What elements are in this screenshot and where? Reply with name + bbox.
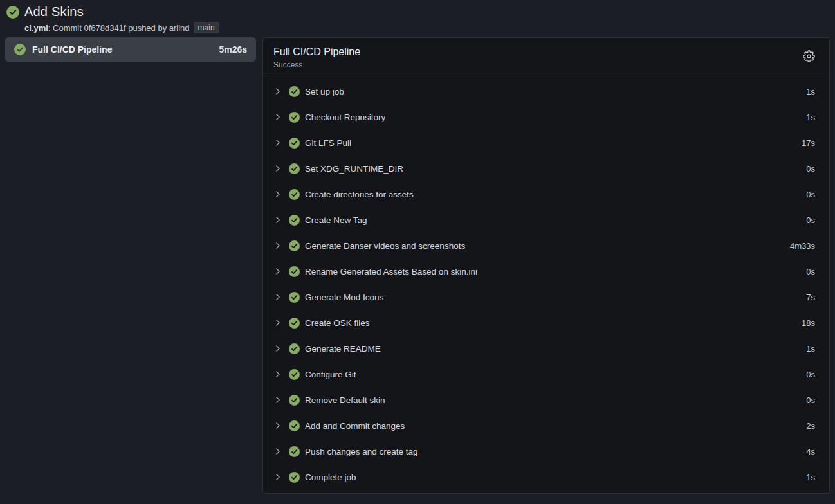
step-name: Rename Generated Assets Based on skin.in…	[305, 267, 477, 276]
step-name: Generate Mod Icons	[305, 292, 383, 302]
step-success-check-circle-icon	[289, 446, 300, 457]
step-success-check-circle-icon	[289, 189, 300, 200]
run-detail-panel: Full CI/CD Pipeline Success Set up job	[262, 37, 830, 494]
workflow-file-label: ci.yml	[24, 23, 48, 33]
commit-suffix-text: pushed by arlind	[126, 23, 190, 33]
chevron-right-icon[interactable]	[272, 86, 284, 97]
step-row[interactable]: Git LFS Pull 17s	[272, 130, 815, 156]
step-duration: 17s	[802, 138, 815, 148]
run-success-check-circle-icon	[6, 6, 19, 19]
step-duration: 0s	[806, 267, 815, 276]
run-header: Add Skins ci.yml: Commit 0f678d341f push…	[0, 0, 835, 33]
step-name: Add and Commit changes	[305, 421, 405, 431]
step-duration: 18s	[802, 318, 815, 328]
chevron-right-icon[interactable]	[272, 240, 284, 251]
commit-prefix-text: : Commit	[48, 23, 84, 33]
chevron-right-icon[interactable]	[272, 214, 284, 226]
step-name: Create New Tag	[305, 215, 367, 225]
step-duration: 0s	[806, 215, 815, 225]
steps-list: Set up job 1s Checkout Repository 1s	[263, 76, 829, 493]
chevron-right-icon[interactable]	[272, 368, 284, 380]
step-row[interactable]: Push changes and create tag 4s	[272, 438, 815, 464]
chevron-right-icon[interactable]	[272, 471, 284, 483]
job-success-check-circle-icon	[14, 44, 26, 55]
step-row[interactable]: Checkout Repository 1s	[272, 104, 815, 130]
chevron-right-icon[interactable]	[272, 291, 284, 303]
step-success-check-circle-icon	[289, 240, 300, 251]
chevron-right-icon[interactable]	[272, 163, 284, 174]
step-name: Set up job	[305, 87, 344, 96]
chevron-right-icon[interactable]	[272, 111, 284, 123]
panel-title: Full CI/CD Pipeline	[273, 46, 360, 58]
chevron-right-icon[interactable]	[272, 446, 284, 457]
step-name: Create OSK files	[305, 318, 370, 328]
step-success-check-circle-icon	[289, 163, 300, 174]
step-duration: 0s	[806, 164, 815, 174]
step-row[interactable]: Create New Tag 0s	[272, 207, 815, 233]
step-duration: 0s	[806, 395, 815, 405]
step-name: Generate Danser videos and screenshots	[305, 241, 465, 251]
step-success-check-circle-icon	[289, 86, 300, 97]
commit-meta: ci.yml: Commit 0f678d341f pushed by arli…	[24, 22, 829, 33]
sidebar-job-full-ci-cd-pipeline[interactable]: Full CI/CD Pipeline 5m26s	[5, 37, 256, 62]
step-name: Create directories for assets	[305, 190, 414, 199]
step-name: Configure Git	[305, 370, 356, 379]
job-duration: 5m26s	[219, 44, 247, 55]
step-success-check-circle-icon	[289, 343, 300, 354]
step-row[interactable]: Create directories for assets 0s	[272, 181, 815, 207]
step-success-check-circle-icon	[289, 472, 300, 483]
step-row[interactable]: Remove Default skin 0s	[272, 387, 815, 413]
step-duration: 0s	[806, 190, 815, 199]
step-duration: 0s	[806, 370, 815, 379]
step-success-check-circle-icon	[289, 112, 300, 123]
step-row[interactable]: Set up job 1s	[272, 78, 815, 104]
step-name: Remove Default skin	[305, 395, 385, 405]
chevron-right-icon[interactable]	[272, 317, 284, 328]
panel-status-text: Success	[273, 60, 360, 69]
step-duration: 2s	[806, 421, 815, 431]
step-row[interactable]: Generate Mod Icons 7s	[272, 284, 815, 310]
step-success-check-circle-icon	[289, 318, 300, 328]
chevron-right-icon[interactable]	[272, 420, 284, 431]
chevron-right-icon[interactable]	[272, 394, 284, 406]
run-title: Add Skins	[24, 4, 84, 19]
step-success-check-circle-icon	[289, 215, 300, 226]
step-duration: 4s	[806, 447, 815, 456]
step-name: Complete job	[305, 473, 356, 482]
step-name: Git LFS Pull	[305, 138, 351, 148]
chevron-right-icon[interactable]	[272, 266, 284, 277]
chevron-right-icon[interactable]	[272, 343, 284, 354]
step-duration: 1s	[806, 87, 815, 96]
chevron-right-icon[interactable]	[272, 188, 284, 200]
step-success-check-circle-icon	[289, 369, 300, 380]
step-name: Generate README	[305, 344, 381, 354]
chevron-right-icon[interactable]	[272, 137, 284, 148]
step-row[interactable]: Add and Commit changes 2s	[272, 413, 815, 438]
run-layout: Full CI/CD Pipeline 5m26s Full CI/CD Pip…	[0, 33, 835, 494]
step-row[interactable]: Rename Generated Assets Based on skin.in…	[272, 258, 815, 284]
step-duration: 7s	[806, 292, 815, 302]
step-success-check-circle-icon	[289, 292, 300, 303]
step-name: Push changes and create tag	[305, 447, 418, 456]
step-duration: 1s	[806, 344, 815, 354]
step-name: Checkout Repository	[305, 113, 385, 122]
step-row[interactable]: Complete job 1s	[272, 464, 815, 490]
step-row[interactable]: Create OSK files 18s	[272, 310, 815, 336]
panel-header: Full CI/CD Pipeline Success	[263, 38, 829, 76]
job-name: Full CI/CD Pipeline	[32, 44, 112, 55]
step-success-check-circle-icon	[289, 138, 300, 148]
branch-badge[interactable]: main	[194, 22, 219, 33]
step-row[interactable]: Generate README 1s	[272, 336, 815, 361]
step-success-check-circle-icon	[289, 395, 300, 406]
commit-hash-link[interactable]: 0f678d341f	[84, 23, 125, 33]
step-name: Set XDG_RUNTIME_DIR	[305, 164, 403, 174]
jobs-sidebar: Full CI/CD Pipeline 5m26s	[5, 37, 256, 62]
step-row[interactable]: Generate Danser videos and screenshots 4…	[272, 233, 815, 258]
step-success-check-circle-icon	[289, 266, 300, 277]
step-row[interactable]: Configure Git 0s	[272, 361, 815, 387]
gear-icon[interactable]	[803, 50, 815, 62]
step-row[interactable]: Set XDG_RUNTIME_DIR 0s	[272, 156, 815, 181]
step-duration: 1s	[806, 113, 815, 122]
step-success-check-circle-icon	[289, 420, 300, 431]
step-duration: 1s	[806, 473, 815, 482]
